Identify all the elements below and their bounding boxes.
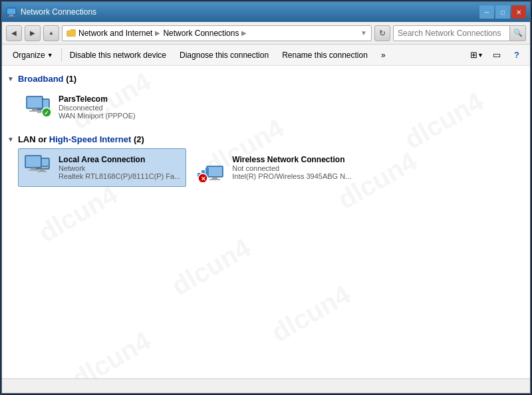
lan-title-colored: High-Speed Internet: [49, 134, 132, 144]
disable-label: Disable this network device: [70, 51, 166, 60]
diagnose-button[interactable]: Diagnose this connection: [173, 46, 275, 65]
svg-rect-26: [209, 179, 220, 180]
svg-rect-3: [8, 16, 15, 17]
more-button[interactable]: »: [374, 46, 392, 65]
svg-text:✓: ✓: [44, 110, 49, 116]
parstelecom-info: ParsTelecom Disconnected WAN Miniport (P…: [59, 94, 145, 120]
svg-rect-2: [9, 15, 13, 16]
parstelecom-name: ParsTelecom: [59, 94, 145, 104]
title-bar-buttons: ─ □ ✕: [479, 5, 526, 19]
view-icon: ⊞: [470, 50, 477, 60]
folder-icon: [66, 29, 76, 38]
lan-title: LAN or High-Speed Internet (2): [18, 134, 144, 144]
wireless-icon-container: ✕: [198, 153, 227, 182]
address-bar: ◀ ▶ ▲ Network and Internet ▶ Network Con…: [2, 22, 530, 45]
main-window: Network Connections ─ □ ✕ ◀ ▶ ▲ Network …: [1, 1, 531, 394]
svg-rect-11: [29, 110, 40, 112]
wireless-item[interactable]: ✕ Wireless Network Connection Not connec…: [192, 148, 357, 187]
parstelecom-detail: WAN Miniport (PPPOE): [59, 112, 145, 120]
wireless-icon: ✕: [198, 153, 233, 182]
broadband-title: Broadband (1): [18, 74, 76, 84]
address-path[interactable]: Network and Internet ▶ Network Connectio…: [62, 25, 372, 41]
svg-rect-9: [27, 97, 42, 108]
wireless-detail: Intel(R) PRO/Wireless 3945ABG N...: [232, 172, 351, 180]
more-label: »: [381, 51, 386, 60]
parstelecom-status: Disconnected: [59, 104, 145, 112]
parstelecom-icon-container: ✓: [24, 92, 53, 122]
watermark-4: dlcun4: [166, 233, 255, 301]
toolbar-separator-1: [61, 49, 62, 62]
wireless-name: Wireless Network Connection: [232, 155, 351, 164]
window-title: Network Connections: [21, 7, 96, 17]
content-area: dlcun4 dlcun4 dlcun4 dlcun4 dlcun4 dlcun…: [2, 66, 530, 378]
forward-button[interactable]: ▶: [25, 25, 41, 41]
watermark-3: dlcun4: [33, 180, 122, 248]
lan-collapse[interactable]: ▼: [7, 136, 14, 143]
help-button[interactable]: ?: [507, 46, 526, 65]
svg-rect-24: [207, 167, 222, 176]
watermark-7: dlcun4: [66, 326, 156, 378]
help-icon: ?: [514, 50, 519, 60]
broadband-section-header: ▼ Broadband (1): [7, 74, 525, 84]
svg-rect-17: [37, 171, 47, 172]
organize-button[interactable]: Organize ▼: [6, 46, 60, 65]
broadband-title-count: (1): [64, 74, 77, 84]
maximize-button[interactable]: □: [495, 5, 510, 19]
svg-rect-19: [26, 156, 41, 167]
local-area-detail: Realtek RTL8168C(P)/8111C(P) Fa...: [59, 172, 180, 180]
path-dropdown-arrow[interactable]: ▼: [360, 29, 367, 37]
broadband-connections: ✓ ParsTelecom Disconnected WAN Miniport …: [7, 88, 525, 126]
rename-label: Rename this connection: [282, 51, 368, 60]
up-button[interactable]: ▲: [43, 25, 59, 41]
organize-label: Organize: [13, 51, 45, 60]
search-input[interactable]: [394, 29, 509, 38]
svg-rect-16: [39, 169, 45, 171]
search-button[interactable]: 🔍: [509, 25, 525, 41]
svg-rect-21: [29, 170, 38, 171]
svg-rect-10: [32, 108, 37, 110]
path-arrow-2: ▶: [241, 29, 247, 37]
diagnose-label: Diagnose this connection: [180, 51, 269, 60]
path-arrow-1: ▶: [155, 29, 160, 37]
preview-button[interactable]: ▭: [487, 46, 506, 65]
search-box: 🔍: [393, 25, 526, 41]
broadband-title-text: Broadband: [18, 74, 64, 84]
local-area-status: Network: [59, 164, 180, 172]
local-area-item[interactable]: Local Area Connection Network Realtek RT…: [18, 148, 186, 187]
svg-text:✕: ✕: [201, 176, 206, 182]
wireless-status: Not connected: [232, 164, 351, 172]
lan-title-count: (2): [131, 134, 144, 144]
toolbar: Organize ▼ Disable this network device D…: [2, 45, 530, 66]
window-icon: [6, 7, 17, 17]
svg-rect-1: [7, 9, 15, 14]
svg-rect-25: [212, 177, 217, 179]
parstelecom-item[interactable]: ✓ ParsTelecom Disconnected WAN Miniport …: [18, 88, 151, 126]
rename-button[interactable]: Rename this connection: [275, 46, 374, 65]
watermark-5: dlcun4: [266, 279, 355, 348]
preview-icon: ▭: [493, 50, 501, 60]
local-area-name: Local Area Connection: [59, 155, 180, 164]
wireless-info: Wireless Network Connection Not connecte…: [232, 155, 351, 180]
lan-icon: [24, 153, 53, 180]
pppoe-icon: ✓: [24, 92, 53, 119]
title-bar-left: Network Connections: [6, 7, 96, 17]
view-button[interactable]: ⊞ ▼: [467, 46, 486, 65]
status-bar: [2, 378, 530, 393]
view-arrow: ▼: [477, 52, 483, 59]
disable-button[interactable]: Disable this network device: [63, 46, 173, 65]
back-button[interactable]: ◀: [6, 25, 22, 41]
refresh-button[interactable]: ↻: [374, 25, 390, 41]
path-network-connections: Network Connections: [163, 29, 239, 38]
local-area-icon-container: [24, 153, 53, 182]
toolbar-right: ⊞ ▼ ▭ ?: [467, 46, 526, 65]
local-area-info: Local Area Connection Network Realtek RT…: [59, 155, 180, 180]
lan-section-header: ▼ LAN or High-Speed Internet (2): [7, 134, 525, 144]
broadband-collapse[interactable]: ▼: [7, 75, 14, 82]
organize-arrow: ▼: [47, 52, 53, 59]
close-button[interactable]: ✕: [511, 5, 526, 19]
minimize-button[interactable]: ─: [479, 5, 494, 19]
path-network-internet: Network and Internet: [78, 29, 152, 38]
lan-title-normal: LAN or: [18, 134, 49, 144]
lan-connections: Local Area Connection Network Realtek RT…: [7, 148, 525, 187]
svg-rect-20: [31, 168, 36, 170]
